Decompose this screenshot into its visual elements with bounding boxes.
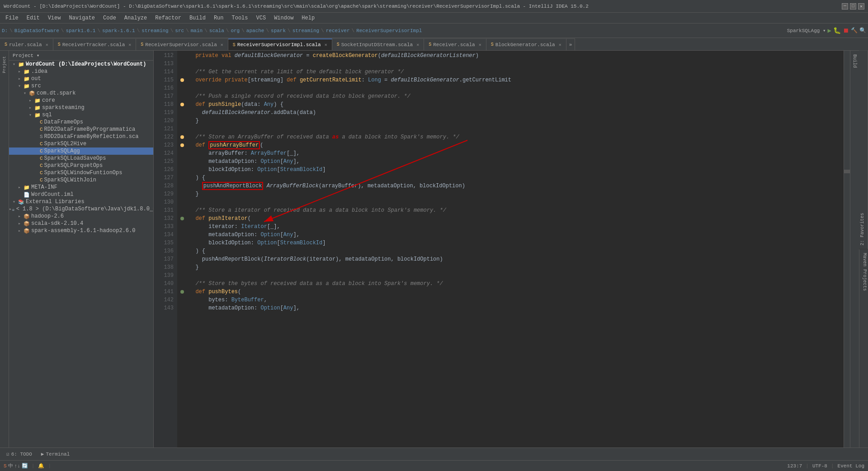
- status-event-log[interactable]: Event Log: [838, 463, 864, 469]
- menu-analyze[interactable]: Analyze: [121, 14, 151, 22]
- status-notifications[interactable]: 🔔: [38, 463, 44, 469]
- tree-rdd2dataframe-refl[interactable]: S RDD2DataFrameByReflection.sca: [9, 133, 153, 140]
- tree-arrow-src: ▾: [18, 83, 24, 89]
- breadcrumb-org[interactable]: org: [231, 28, 240, 33]
- tree-sparksqlwindow[interactable]: C SparkSQLWindowFuntionOps: [9, 169, 153, 176]
- menu-window[interactable]: Window: [270, 14, 297, 22]
- tab-terminal[interactable]: ▶ Terminal: [38, 450, 72, 458]
- tree-arrow-idea: ▸: [18, 69, 24, 74]
- tree-jdk[interactable]: ▸ ☕ < 1.8 > (D:\BigDataSoftware\Java\jdk…: [9, 205, 153, 213]
- sidebar-title: Project ▾: [13, 52, 39, 58]
- minimize-button[interactable]: ─: [842, 3, 848, 10]
- right-scrollbar[interactable]: [844, 51, 850, 447]
- tree-external-libraries[interactable]: ▾ 📚 External Libraries: [9, 198, 153, 205]
- tab-ruler[interactable]: S ruler.scala ✕: [0, 38, 53, 50]
- build-panel[interactable]: Build: [850, 51, 859, 447]
- breadcrumb-streaming2[interactable]: streaming: [292, 28, 319, 33]
- tree-idea[interactable]: ▸ 📁 .idea: [9, 68, 153, 75]
- menu-build[interactable]: Build: [186, 14, 209, 22]
- push-and-report-block-highlight: pushAndReportBlock: [202, 182, 264, 190]
- build-label[interactable]: Build: [852, 54, 857, 68]
- scrollbar-thumb[interactable]: [844, 170, 850, 173]
- left-panel-icons: Project: [0, 51, 9, 447]
- run-config[interactable]: SparkSQLAgg ▾: [787, 28, 826, 33]
- tree-sparksqlagg[interactable]: C SparkSQLAgg: [9, 147, 153, 155]
- tab-blockgenerator[interactable]: S BlockGenerator.scala ✕: [486, 38, 566, 50]
- tab-receiversupervisor[interactable]: S ReceiverSupervisor.scala ✕: [136, 38, 228, 50]
- tree-spark-assembly[interactable]: ▸ 📦 spark-assembly-1.6.1-hadoop2.6.0: [9, 227, 153, 234]
- search-icon[interactable]: 🔍: [859, 27, 866, 34]
- code-line-128: pushAndReportBlock ArrayBufferBlock(arra…: [189, 182, 844, 190]
- tree-arrow-sparksteaming: ▸: [29, 105, 34, 110]
- tree-dataframeops[interactable]: C DataFrameOps: [9, 119, 153, 126]
- menu-vcs[interactable]: VCS: [253, 14, 270, 22]
- favorites-label[interactable]: 2: Favorites: [859, 51, 868, 249]
- menu-file[interactable]: File: [2, 14, 22, 22]
- breadcrumb-apache[interactable]: apache: [246, 28, 264, 33]
- bottom-tabs: ☑ 6: TODO ▶ Terminal: [0, 447, 868, 460]
- stop-button[interactable]: ⏹: [843, 27, 849, 34]
- code-line-132: def pushIterator(: [189, 214, 844, 223]
- menu-refactor[interactable]: Refactor: [151, 14, 185, 22]
- tree-sparksql2hive[interactable]: C SparkSQL2Hive: [9, 140, 153, 147]
- code-line-129: }: [189, 190, 844, 198]
- sidebar-header: Project ▾: [9, 51, 153, 61]
- menu-code[interactable]: Code: [99, 14, 120, 22]
- menu-run[interactable]: Run: [210, 14, 227, 22]
- tree-wordcount[interactable]: ▾ 📁 WordCount (D:\IdeaProjects\WordCount…: [9, 61, 153, 68]
- tree-scala-sdk[interactable]: ▸ 📦 scala-sdk-2.10.4: [9, 220, 153, 227]
- run-button[interactable]: ▶: [828, 27, 831, 34]
- tab-socketinput[interactable]: S SocketInputDStream.scala ✕: [332, 38, 424, 50]
- close-button[interactable]: ✕: [858, 3, 864, 10]
- menu-edit[interactable]: Edit: [23, 14, 43, 22]
- tree-sparksqlloadsaveops[interactable]: C SparkSQLLoadSaveOps: [9, 155, 153, 162]
- maximize-button[interactable]: □: [850, 3, 856, 10]
- tree-arrow-scala: ▸: [18, 221, 24, 226]
- tree-sparksteaming[interactable]: ▸ 📁 sparksteaming: [9, 104, 153, 111]
- breakpoint-dot-118: [180, 103, 184, 106]
- tree-wordcount-iml[interactable]: 📄 WordCount.iml: [9, 191, 153, 198]
- breadcrumb-file[interactable]: ReceiverSupervisorImpl: [356, 28, 422, 33]
- breadcrumb-spark[interactable]: spark-1.6.1: [102, 28, 135, 33]
- tab-overflow[interactable]: »: [566, 38, 576, 50]
- tree-sql[interactable]: ▾ 📁 sql: [9, 111, 153, 119]
- status-git: S 中 ↑↓ 🔄: [4, 462, 28, 469]
- menu-navigate[interactable]: Navigate: [65, 14, 99, 22]
- tree-core[interactable]: ▸ 📁 core: [9, 97, 153, 104]
- tree-meta-inf[interactable]: ▸ 📁 META-INF: [9, 184, 153, 191]
- breadcrumb-scala[interactable]: scala: [209, 28, 224, 33]
- maven-label[interactable]: Maven Projects: [859, 249, 868, 448]
- breadcrumb-spark2[interactable]: spark: [271, 28, 286, 33]
- code-line-141: def pushBytes(: [189, 288, 844, 296]
- debug-button[interactable]: 🐛: [833, 27, 841, 34]
- tree-com-dt-spark[interactable]: ▾ 📦 com.dt.spark: [9, 90, 153, 97]
- menu-view[interactable]: View: [44, 14, 65, 22]
- menu-help[interactable]: Help: [298, 14, 318, 22]
- breadcrumb-receiver[interactable]: receiver: [326, 28, 350, 33]
- tab-receivertracker[interactable]: S ReceiverTracker.scala ✕: [53, 38, 137, 50]
- menu-tools[interactable]: Tools: [228, 14, 252, 22]
- tree-sparksqlparquetops[interactable]: C SparkSQLParquetOps: [9, 162, 153, 169]
- tab-receiversupervisorimpl[interactable]: S ReceiverSupervisorImpl.scala ✕: [228, 38, 332, 50]
- tree-arrow-sql: ▾: [29, 112, 34, 118]
- tree-src[interactable]: ▾ 📁 src: [9, 82, 153, 90]
- breadcrumb-src[interactable]: src: [175, 28, 184, 33]
- tab-receiver[interactable]: S Receiver.scala ✕: [424, 38, 486, 50]
- tree-out[interactable]: ▸ 📁 out: [9, 75, 153, 82]
- toolbar: D: \ BigDataSoftware \ spark1.6.1 \ spar…: [0, 24, 868, 38]
- status-encoding[interactable]: UTF-8: [812, 463, 827, 469]
- breadcrumb-main[interactable]: main: [191, 28, 203, 33]
- breadcrumb-drive[interactable]: D:: [2, 28, 8, 33]
- menu-bar: File Edit View Navigate Code Analyze Ref…: [0, 13, 868, 24]
- tree-sparksqlwithjoin[interactable]: C SparkSQLWithJoin: [9, 176, 153, 184]
- tab-todo[interactable]: ☑ 6: TODO: [4, 450, 35, 458]
- breadcrumb-bigdata[interactable]: BigDataSoftware: [14, 28, 59, 33]
- tree-hadoop[interactable]: ▸ 📦 hadoop-2.6: [9, 213, 153, 220]
- breadcrumb-spark161[interactable]: spark1.6.1: [66, 28, 95, 33]
- breadcrumb-streaming[interactable]: streaming: [142, 28, 168, 33]
- project-icon[interactable]: Project: [1, 52, 8, 77]
- tree-rdd2dataframe-prog[interactable]: C RDD2DataFrameByProgrammatica: [9, 126, 153, 133]
- code-content[interactable]: private val defaultBlockGenerator = crea…: [187, 51, 844, 447]
- gutter: [177, 51, 187, 447]
- code-line-125: metadataOption: Option[Any],: [189, 157, 844, 166]
